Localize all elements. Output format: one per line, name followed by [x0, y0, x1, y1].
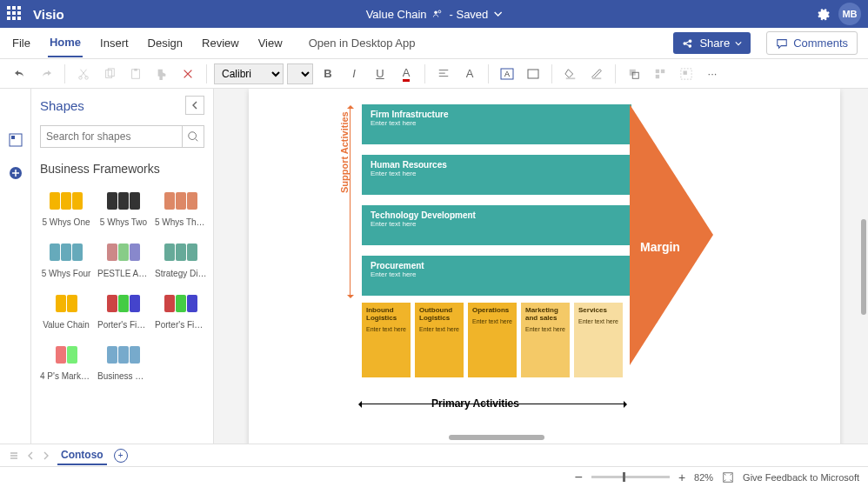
stencil-icon[interactable] — [8, 132, 23, 148]
tab-home[interactable]: Home — [48, 29, 83, 57]
stencil-name[interactable]: Business Frameworks — [31, 155, 213, 183]
primary-block-operations[interactable]: Operations Enter text here — [468, 303, 517, 377]
shape-label: 4 P's Market... — [40, 371, 92, 381]
line-color-button[interactable] — [585, 63, 608, 85]
vertical-scrollbar[interactable] — [861, 219, 866, 315]
font-size-select[interactable]: 12 — [287, 63, 313, 84]
chevron-down-icon — [735, 40, 742, 47]
comment-icon — [776, 37, 788, 50]
document-title-area[interactable]: Value Chain - Saved — [366, 8, 503, 21]
user-avatar[interactable]: MB — [838, 3, 861, 25]
format-painter-button[interactable] — [150, 63, 173, 85]
primary-block-services[interactable]: Services Enter text here — [574, 303, 623, 377]
shape-item[interactable]: Business Mo... — [96, 337, 151, 386]
bold-button[interactable]: B — [317, 63, 339, 85]
shapes-panel-title: Shapes — [40, 98, 84, 113]
add-page-button[interactable]: + — [114, 449, 128, 463]
zoom-in-button[interactable]: + — [678, 470, 685, 484]
cut-button[interactable] — [72, 63, 95, 85]
share-button[interactable]: Share — [673, 32, 751, 54]
shape-item[interactable]: 5 Whys Three — [153, 183, 209, 232]
sheet-list-icon[interactable] — [9, 450, 19, 461]
page-surface[interactable]: Support Activities Firm Infrastructure E… — [249, 89, 840, 444]
app-name: Visio — [33, 7, 64, 22]
tab-review[interactable]: Review — [200, 30, 241, 57]
zoom-out-button[interactable]: − — [575, 470, 583, 485]
shape-search-input[interactable] — [40, 125, 183, 148]
shape-item[interactable]: Value Chain — [38, 285, 94, 335]
shapes-panel: Shapes Business Frameworks 5 Whys One5 W… — [31, 89, 214, 444]
position-button[interactable] — [649, 63, 671, 85]
redo-button[interactable] — [35, 63, 57, 85]
shape-item[interactable]: Strategy Dia... — [153, 234, 209, 284]
block-title: Operations — [472, 307, 512, 315]
comments-label: Comments — [793, 37, 848, 50]
text-box-button[interactable]: A — [496, 63, 518, 85]
tab-design[interactable]: Design — [146, 30, 184, 57]
separator — [488, 64, 489, 83]
app-launcher-icon[interactable] — [7, 6, 23, 22]
support-block-hr[interactable]: Human Resources Enter text here — [362, 155, 631, 195]
primary-block-marketing[interactable]: Marketing and sales Enter text here — [521, 303, 570, 377]
tab-insert[interactable]: Insert — [98, 30, 130, 57]
font-family-select[interactable]: Calibri — [214, 63, 284, 84]
arrange-button[interactable] — [623, 63, 645, 85]
zoom-level[interactable]: 82% — [694, 472, 713, 483]
margin-arrow-shape[interactable] — [630, 104, 713, 365]
shape-item[interactable]: Porter's Five... — [153, 285, 209, 335]
settings-icon[interactable] — [816, 7, 830, 21]
shape-outline-button[interactable] — [522, 63, 544, 85]
support-block-technology[interactable]: Technology Development Enter text here — [362, 205, 631, 245]
tab-file[interactable]: File — [10, 30, 32, 57]
prev-sheet-icon[interactable] — [26, 451, 35, 460]
block-title: Firm Infrastructure — [371, 110, 623, 119]
more-commands-button[interactable]: ··· — [701, 63, 724, 85]
primary-activities-label: Primary Activities — [431, 397, 519, 410]
collapse-panel-button[interactable] — [185, 96, 204, 115]
shape-item[interactable]: PESTLE Anal... — [96, 234, 151, 284]
paste-button[interactable] — [124, 63, 147, 85]
shape-label: PESTLE Anal... — [97, 269, 150, 278]
tab-view[interactable]: View — [257, 30, 284, 57]
svg-rect-17 — [656, 74, 659, 77]
shape-item[interactable]: Porter's Five... — [96, 285, 151, 335]
primary-block-inbound[interactable]: Inbound Logistics Enter text here — [362, 303, 411, 377]
support-block-infrastructure[interactable]: Firm Infrastructure Enter text here — [362, 104, 631, 144]
primary-block-outbound[interactable]: Outbound Logistics Enter text here — [415, 303, 464, 377]
sheet-tab[interactable]: Contoso — [57, 446, 107, 465]
shape-item[interactable]: 5 Whys Two — [96, 183, 151, 232]
open-in-desktop[interactable]: Open in Desktop App — [309, 37, 416, 50]
copy-button[interactable] — [98, 63, 121, 85]
block-subtitle: Enter text here — [371, 270, 623, 278]
shape-item[interactable]: 5 Whys One — [38, 183, 94, 232]
support-block-procurement[interactable]: Procurement Enter text here — [362, 256, 631, 296]
add-stencil-icon[interactable] — [8, 165, 23, 181]
formatting-toolbar: Calibri 12 B I U A A A ··· — [0, 59, 868, 89]
fit-page-icon[interactable] — [722, 471, 734, 484]
next-sheet-icon[interactable] — [42, 451, 50, 460]
shape-item[interactable]: 5 Whys Four — [38, 234, 94, 284]
horizontal-scrollbar[interactable] — [449, 435, 544, 440]
comments-button[interactable]: Comments — [766, 31, 858, 55]
undo-button[interactable] — [9, 63, 31, 85]
save-status: - Saved — [450, 8, 489, 21]
font-color-button[interactable]: A — [395, 63, 417, 85]
svg-point-1 — [438, 10, 441, 13]
zoom-slider[interactable] — [591, 476, 670, 478]
delete-button[interactable] — [177, 63, 199, 85]
underline-button[interactable]: U — [369, 63, 391, 85]
search-button[interactable] — [183, 125, 204, 148]
chevron-down-icon[interactable] — [493, 10, 502, 18]
drawing-canvas[interactable]: Support Activities Firm Infrastructure E… — [214, 89, 868, 444]
group-button[interactable] — [675, 63, 698, 85]
italic-button[interactable]: I — [343, 63, 365, 85]
fill-color-button[interactable] — [559, 63, 582, 85]
block-title: Technology Development — [371, 210, 623, 220]
shape-item[interactable]: 4 P's Market... — [38, 337, 94, 386]
text-size-button[interactable]: A — [458, 63, 481, 85]
support-activities-label: Support Activities — [339, 111, 350, 193]
align-button[interactable] — [432, 63, 455, 85]
separator — [424, 64, 425, 83]
vertical-scrollbar-track[interactable] — [859, 89, 866, 444]
feedback-link[interactable]: Give Feedback to Microsoft — [743, 472, 859, 483]
